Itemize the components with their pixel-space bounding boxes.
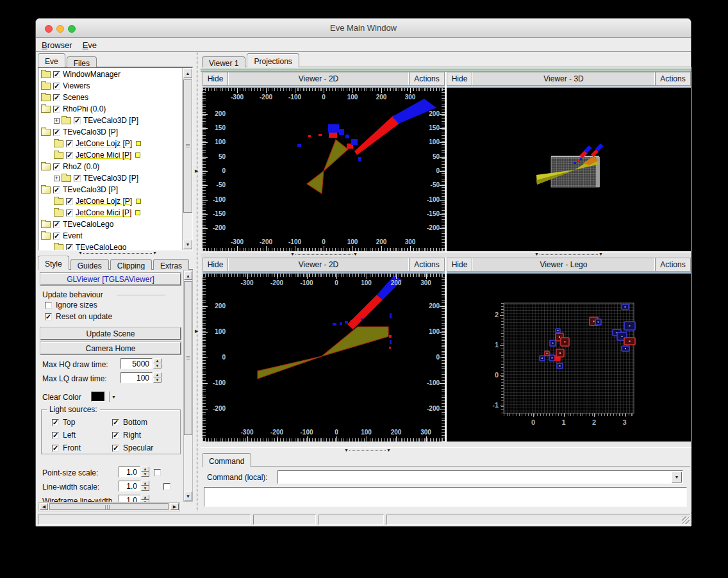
viewer-row-splitter[interactable]: ▼▼ ▼▼: [201, 252, 691, 258]
tree-item-tevecalo3d-p[interactable]: TEveCalo3D [P]: [40, 126, 181, 138]
tree-item-jetcone-mici-p[interactable]: JetCone Mici [P]: [40, 149, 181, 161]
spin-up-icon[interactable]: ▲: [141, 481, 149, 486]
color-dropdown-icon[interactable]: ▼: [109, 392, 118, 402]
hide-button[interactable]: Hide: [203, 258, 228, 271]
tab-command[interactable]: Command: [202, 453, 251, 467]
style-scrollbar[interactable]: ▲ ▼: [183, 270, 193, 502]
point-size-checkbox[interactable]: [154, 469, 161, 476]
tree-item-tevecalolego[interactable]: TEveCaloLego: [40, 242, 181, 251]
checkbox-icon[interactable]: [52, 445, 59, 452]
tree-item-jetcone-lojz-p[interactable]: JetCone Lojz [P]: [40, 195, 181, 207]
light-top-checkbox[interactable]: Top: [52, 418, 75, 427]
scrollbar-thumb[interactable]: [183, 79, 192, 213]
spinner-value[interactable]: 5000: [120, 358, 153, 369]
tree-checkbox[interactable]: [74, 117, 81, 124]
tree-item-viewers[interactable]: Viewers: [40, 80, 181, 92]
line-width-checkbox[interactable]: [163, 483, 170, 490]
reset-on-update-checkbox[interactable]: Reset on update: [45, 312, 112, 321]
tree-checkbox[interactable]: [53, 129, 60, 136]
tree-checkbox[interactable]: [66, 140, 73, 147]
spin-up-icon[interactable]: ▲: [141, 467, 149, 472]
tree-checkbox[interactable]: [53, 94, 60, 101]
spin-up-icon[interactable]: ▲: [141, 495, 149, 500]
tree-checkbox[interactable]: [53, 71, 60, 78]
scroll-up-button[interactable]: ▲: [183, 69, 192, 78]
checkbox-icon[interactable]: [45, 302, 52, 309]
spinner-value[interactable]: 100: [120, 372, 153, 383]
wireframe-width-spinner[interactable]: 1.0 ▲▼: [119, 495, 149, 502]
checkbox-icon[interactable]: [112, 445, 119, 452]
tree-item-scenes[interactable]: Scenes: [40, 92, 181, 103]
menu-eve[interactable]: Eve: [82, 38, 103, 50]
actions-button[interactable]: Actions: [656, 72, 690, 85]
tree-item-tevecalo3d-p[interactable]: +TEveCalo3D [P]: [40, 115, 181, 126]
max-hq-spinner[interactable]: 5000 ▲▼: [120, 358, 161, 369]
tree-item-tevecalo3d-p[interactable]: TEveCalo3D [P]: [40, 184, 181, 195]
hide-button[interactable]: Hide: [447, 258, 472, 271]
tree-checkbox[interactable]: [53, 221, 60, 228]
viewer-2d-canvas[interactable]: -300-300-200-200-100-1000010010020020030…: [203, 88, 445, 251]
scroll-down-button[interactable]: ▼: [183, 240, 192, 249]
spinner-value[interactable]: 1.0: [119, 495, 140, 502]
light-right-checkbox[interactable]: Right: [112, 431, 141, 440]
tree-checkbox[interactable]: [66, 198, 73, 205]
camera-home-button[interactable]: Camera Home: [40, 342, 181, 354]
tree-item-windowmanager[interactable]: WindowManager: [40, 69, 181, 80]
scroll-left-button[interactable]: ◀: [40, 503, 48, 510]
spin-up-icon[interactable]: ▲: [153, 358, 161, 363]
spin-down-icon[interactable]: ▼: [141, 472, 149, 477]
spin-up-icon[interactable]: ▲: [153, 372, 161, 377]
viewer-2d-canvas[interactable]: -300-300-200-200-100-1000010010020020030…: [203, 274, 445, 442]
tree-checkbox[interactable]: [74, 175, 81, 182]
update-scene-button[interactable]: Update Scene: [40, 327, 181, 340]
resize-grip[interactable]: [682, 516, 690, 524]
checkbox-icon[interactable]: [112, 432, 119, 439]
scrollbar-thumb[interactable]: [184, 281, 192, 435]
light-specular-checkbox[interactable]: Specular: [112, 443, 153, 452]
spin-down-icon[interactable]: ▼: [153, 377, 161, 383]
tree-checkbox[interactable]: [53, 163, 60, 170]
hide-button[interactable]: Hide: [447, 72, 472, 85]
scroll-up-button[interactable]: ▲: [184, 271, 192, 280]
scrollbar-thumb[interactable]: [49, 503, 169, 510]
command-dropdown-icon[interactable]: ▼: [672, 472, 682, 483]
tab-eve[interactable]: Eve: [38, 53, 65, 67]
sidebar-hscrollbar[interactable]: ◀ ▶: [38, 502, 180, 511]
command-input[interactable]: ▼: [277, 470, 683, 484]
viewer-3d-canvas[interactable]: [447, 88, 691, 251]
tree-checkbox[interactable]: [53, 106, 60, 113]
light-front-checkbox[interactable]: Front: [52, 443, 81, 452]
checkbox-icon[interactable]: [52, 419, 59, 426]
spinner-value[interactable]: 1.0: [119, 481, 140, 491]
tree-checkbox[interactable]: [53, 233, 60, 240]
tree-checkbox[interactable]: [66, 152, 73, 159]
tree-checkbox[interactable]: [53, 186, 60, 194]
tree-item-event[interactable]: Event: [40, 230, 181, 242]
tree-item-jetcone-mici-p[interactable]: JetCone Mici [P]: [40, 207, 181, 219]
light-bottom-checkbox[interactable]: Bottom: [112, 418, 147, 427]
tree-item-jetcone-lojz-p[interactable]: JetCone Lojz [P]: [40, 138, 181, 149]
window-titlebar[interactable]: Eve Main Window: [36, 19, 691, 38]
menu-browser[interactable]: Browser: [41, 38, 78, 50]
checkbox-icon[interactable]: [45, 313, 52, 320]
actions-button[interactable]: Actions: [410, 258, 444, 271]
actions-button[interactable]: Actions: [410, 72, 444, 85]
spin-down-icon[interactable]: ▼: [141, 486, 149, 491]
hide-button[interactable]: Hide: [203, 72, 228, 85]
scroll-down-button[interactable]: ▼: [184, 491, 192, 500]
tree-item-tevecalolego[interactable]: TEveCaloLego: [40, 219, 181, 230]
tree-item-rhophi-0-0[interactable]: RhoPhi (0.0): [40, 103, 181, 115]
clear-color-swatch[interactable]: [91, 392, 105, 402]
scroll-right-button[interactable]: ▶: [170, 503, 179, 510]
viewer-lego-canvas[interactable]: 0123210-1: [447, 274, 691, 442]
checkbox-icon[interactable]: [52, 432, 59, 439]
light-left-checkbox[interactable]: Left: [52, 431, 76, 440]
actions-button[interactable]: Actions: [656, 258, 690, 271]
spinner-value[interactable]: 1.0: [119, 467, 140, 477]
tab-style[interactable]: Style: [38, 256, 69, 270]
glviewer-button[interactable]: GLViewer [TGLSAViewer]: [40, 273, 181, 285]
tab-projections[interactable]: Projections: [247, 53, 299, 67]
tree-item-rhoz-0-0[interactable]: RhoZ (0.0): [40, 161, 181, 172]
spin-down-icon[interactable]: ▼: [141, 500, 149, 502]
checkbox-icon[interactable]: [112, 419, 119, 426]
